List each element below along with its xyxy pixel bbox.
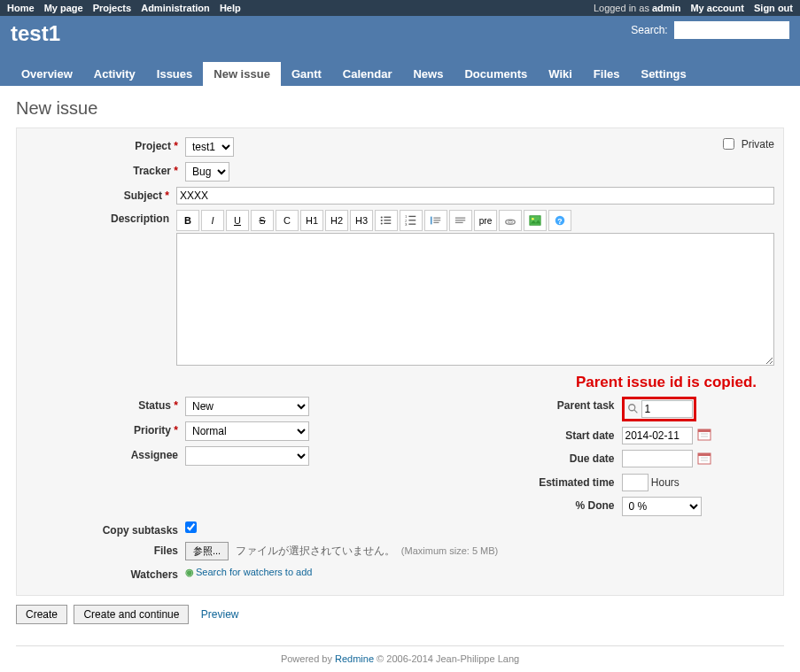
tracker-select[interactable]: Bug <box>185 162 229 182</box>
private-checkbox[interactable] <box>723 138 734 150</box>
calendar-icon[interactable] <box>697 428 711 444</box>
header: test1 Search: Overview Activity Issues N… <box>0 16 800 86</box>
nav-administration[interactable]: Administration <box>141 3 210 13</box>
svg-text:?: ? <box>557 217 562 226</box>
svg-rect-12 <box>431 217 432 225</box>
assignee-label: Assignee <box>26 446 185 461</box>
tab-documents[interactable]: Documents <box>454 62 538 86</box>
status-label: Status * <box>26 397 185 412</box>
tab-activity[interactable]: Activity <box>83 62 146 86</box>
tab-new-issue[interactable]: New issue <box>203 62 281 86</box>
svg-point-2 <box>381 220 383 221</box>
toolbar-bq[interactable] <box>424 210 447 231</box>
watchers-search-link[interactable]: ◉Search for watchers to add <box>185 567 312 577</box>
search-input[interactable] <box>674 21 789 39</box>
svg-rect-21 <box>530 216 540 226</box>
tab-overview[interactable]: Overview <box>11 62 83 86</box>
nav-sign-out[interactable]: Sign out <box>754 3 793 13</box>
create-continue-button[interactable] <box>74 605 189 624</box>
page-title: New issue <box>16 98 784 119</box>
description-label: Description <box>26 210 176 225</box>
percent-done-select[interactable]: 0 % <box>622 497 702 516</box>
nav-my-page[interactable]: My page <box>44 3 83 13</box>
editor-toolbar: B I U S C H1 H2 H3 123 pre ? <box>176 210 774 231</box>
footer-redmine-link[interactable]: Redmine <box>335 653 374 664</box>
svg-rect-5 <box>384 223 391 224</box>
svg-rect-1 <box>384 217 391 218</box>
toolbar-help[interactable]: ? <box>548 210 571 231</box>
nav-home[interactable]: Home <box>7 3 35 13</box>
search-label: Search: <box>631 24 667 36</box>
tab-files[interactable]: Files <box>583 62 631 86</box>
footer: Powered by Redmine © 2006-2014 Jean-Phil… <box>16 645 784 671</box>
files-label: Files <box>26 542 185 557</box>
create-button[interactable] <box>16 605 67 624</box>
toolbar-pre[interactable]: pre <box>474 210 497 231</box>
description-textarea[interactable] <box>176 233 774 366</box>
svg-rect-7 <box>408 216 416 217</box>
svg-point-22 <box>532 218 534 220</box>
svg-rect-18 <box>455 222 463 223</box>
project-label: Project * <box>26 137 185 152</box>
svg-rect-11 <box>408 224 416 225</box>
start-date-input[interactable] <box>622 427 693 444</box>
private-checkbox-wrap: Private <box>723 137 774 151</box>
tab-issues[interactable]: Issues <box>146 62 203 86</box>
tab-gantt[interactable]: Gantt <box>281 62 332 86</box>
status-select[interactable]: New <box>185 397 309 416</box>
toolbar-unbq[interactable] <box>449 210 472 231</box>
estimated-time-input[interactable] <box>622 474 649 491</box>
due-date-input[interactable] <box>622 450 693 467</box>
svg-line-26 <box>633 410 637 413</box>
svg-rect-13 <box>433 218 440 219</box>
toolbar-strike[interactable]: S <box>251 210 274 231</box>
assignee-select[interactable] <box>185 446 309 466</box>
project-select[interactable]: test1 <box>185 137 234 157</box>
svg-text:3: 3 <box>405 222 408 227</box>
svg-rect-3 <box>384 220 391 220</box>
parent-task-label: Parent task <box>409 397 622 412</box>
toolbar-link[interactable] <box>499 210 522 231</box>
tab-calendar[interactable]: Calendar <box>332 62 403 86</box>
search-box: Search: <box>631 21 789 39</box>
toolbar-h2[interactable]: H2 <box>325 210 348 231</box>
copy-subtasks-checkbox[interactable] <box>185 521 197 533</box>
toolbar-underline[interactable]: U <box>226 210 249 231</box>
priority-select[interactable]: Normal <box>185 421 309 441</box>
file-size-hint: (Maximum size: 5 MB) <box>401 545 498 556</box>
toolbar-italic[interactable]: I <box>201 210 224 231</box>
estimated-time-label: Estimated time <box>409 474 622 489</box>
toolbar-ul[interactable] <box>375 210 398 231</box>
nav-my-account[interactable]: My account <box>690 3 744 13</box>
svg-point-4 <box>381 222 383 224</box>
calendar-icon[interactable] <box>697 452 711 468</box>
parent-task-input[interactable] <box>641 400 693 418</box>
svg-rect-15 <box>433 222 439 223</box>
browse-button[interactable]: 参照... <box>185 542 229 560</box>
toolbar-h3[interactable]: H3 <box>350 210 373 231</box>
tracker-label: Tracker * <box>26 162 185 177</box>
main-menu: Overview Activity Issues New issue Gantt… <box>11 62 789 86</box>
start-date-label: Start date <box>409 427 622 442</box>
toolbar-code[interactable]: C <box>276 210 299 231</box>
nav-help[interactable]: Help <box>220 3 241 13</box>
preview-link[interactable]: Preview <box>201 608 239 621</box>
tab-wiki[interactable]: Wiki <box>538 62 583 86</box>
toolbar-image[interactable] <box>524 210 547 231</box>
tab-news[interactable]: News <box>402 62 454 86</box>
toolbar-ol[interactable]: 123 <box>400 210 423 231</box>
search-icon <box>627 403 640 415</box>
no-file-text: ファイルが選択されていません。 <box>236 545 395 557</box>
toolbar-h1[interactable]: H1 <box>300 210 323 231</box>
subject-input[interactable] <box>176 187 774 205</box>
nav-projects[interactable]: Projects <box>93 3 131 13</box>
form-buttons: Preview <box>16 605 784 624</box>
toolbar-bold[interactable]: B <box>176 210 199 231</box>
percent-done-label: % Done <box>409 497 622 512</box>
top-menu-right: Logged in as admin My account Sign out <box>594 3 793 13</box>
svg-point-19 <box>506 220 516 224</box>
svg-rect-9 <box>408 220 416 220</box>
tab-settings[interactable]: Settings <box>630 62 696 86</box>
top-menu: Home My page Projects Administration Hel… <box>0 0 800 16</box>
top-menu-left: Home My page Projects Administration Hel… <box>7 3 248 13</box>
